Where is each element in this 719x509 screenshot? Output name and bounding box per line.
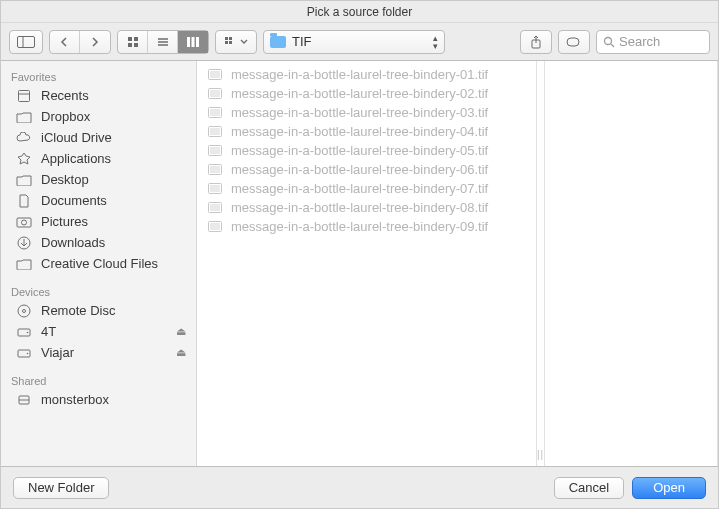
path-folder-name: TIF	[292, 34, 312, 49]
file-name: message-in-a-bottle-laurel-tree-bindery-…	[231, 181, 488, 196]
folder-gray-icon	[15, 257, 33, 271]
column-resize-handle[interactable]: ||	[537, 61, 545, 466]
tag-icon	[566, 37, 582, 47]
search-field[interactable]: Search	[596, 30, 710, 54]
footer: New Folder Cancel Open	[1, 466, 718, 508]
sidebar-header-favorites: Favorites	[1, 67, 196, 85]
svg-rect-10	[192, 37, 195, 47]
svg-rect-44	[210, 147, 220, 154]
sidebar-header-shared: Shared	[1, 371, 196, 389]
search-icon	[603, 36, 615, 48]
forward-button[interactable]	[80, 31, 110, 53]
eject-icon[interactable]: ⏏	[176, 346, 186, 359]
file-name: message-in-a-bottle-laurel-tree-bindery-…	[231, 86, 488, 101]
eject-icon[interactable]: ⏏	[176, 325, 186, 338]
file-row[interactable]: message-in-a-bottle-laurel-tree-bindery-…	[197, 65, 536, 84]
file-name: message-in-a-bottle-laurel-tree-bindery-…	[231, 124, 488, 139]
svg-rect-12	[225, 37, 228, 40]
svg-rect-38	[210, 90, 220, 97]
sidebar-item-label: monsterbox	[41, 392, 109, 407]
file-row[interactable]: message-in-a-bottle-laurel-tree-bindery-…	[197, 84, 536, 103]
file-row[interactable]: message-in-a-bottle-laurel-tree-bindery-…	[197, 103, 536, 122]
sidebar-item-viajar[interactable]: Viajar ⏏	[1, 342, 196, 363]
svg-line-20	[611, 44, 614, 47]
sidebar-item-label: Viajar	[41, 345, 74, 360]
image-file-icon	[207, 183, 223, 195]
sidebar-header-devices: Devices	[1, 282, 196, 300]
back-button[interactable]	[50, 31, 80, 53]
file-name: message-in-a-bottle-laurel-tree-bindery-…	[231, 143, 488, 158]
file-row[interactable]: message-in-a-bottle-laurel-tree-bindery-…	[197, 141, 536, 160]
sidebar-icon	[17, 36, 35, 48]
sidebar-item-documents[interactable]: Documents	[1, 190, 196, 211]
new-folder-button[interactable]: New Folder	[13, 477, 109, 499]
sidebar-item-label: Downloads	[41, 235, 105, 250]
file-row[interactable]: message-in-a-bottle-laurel-tree-bindery-…	[197, 122, 536, 141]
pictures-icon	[15, 215, 33, 229]
svg-rect-21	[19, 90, 30, 101]
column-view-button[interactable]	[178, 31, 208, 53]
desktop-icon	[15, 173, 33, 187]
svg-point-28	[23, 309, 26, 312]
documents-icon	[15, 194, 33, 208]
svg-rect-0	[18, 36, 35, 47]
sidebar-item-label: Desktop	[41, 172, 89, 187]
svg-rect-13	[229, 37, 232, 40]
file-row[interactable]: message-in-a-bottle-laurel-tree-bindery-…	[197, 160, 536, 179]
sidebar-item-applications[interactable]: Applications	[1, 148, 196, 169]
file-row[interactable]: message-in-a-bottle-laurel-tree-bindery-…	[197, 179, 536, 198]
svg-rect-14	[225, 41, 228, 44]
svg-rect-9	[187, 37, 190, 47]
svg-rect-4	[128, 43, 132, 47]
sidebar-item-remote-disc[interactable]: Remote Disc	[1, 300, 196, 321]
svg-rect-11	[196, 37, 199, 47]
group-by-control[interactable]	[215, 30, 257, 54]
chevron-right-icon	[90, 37, 100, 47]
file-column: message-in-a-bottle-laurel-tree-bindery-…	[197, 61, 537, 466]
toolbar: TIF ▴▾ Search	[1, 23, 718, 61]
icon-view-button[interactable]	[118, 31, 148, 53]
file-name: message-in-a-bottle-laurel-tree-bindery-…	[231, 105, 488, 120]
open-button[interactable]: Open	[632, 477, 706, 499]
sidebar-item-4t[interactable]: 4T ⏏	[1, 321, 196, 342]
svg-point-32	[27, 352, 29, 354]
sidebar-item-label: Pictures	[41, 214, 88, 229]
list-icon	[157, 36, 169, 48]
sidebar-toggle-button[interactable]	[9, 30, 43, 54]
sidebar-item-recents[interactable]: Recents	[1, 85, 196, 106]
file-name: message-in-a-bottle-laurel-tree-bindery-…	[231, 219, 488, 234]
sidebar-item-label: Dropbox	[41, 109, 90, 124]
list-view-button[interactable]	[148, 31, 178, 53]
view-switcher	[117, 30, 209, 54]
grid-icon	[127, 36, 139, 48]
columns-icon	[186, 36, 200, 48]
sidebar-item-label: Applications	[41, 151, 111, 166]
column-view: message-in-a-bottle-laurel-tree-bindery-…	[197, 61, 718, 466]
sidebar-item-pictures[interactable]: Pictures	[1, 211, 196, 232]
sidebar-item-creative-cloud[interactable]: Creative Cloud Files	[1, 253, 196, 274]
sidebar-item-monsterbox[interactable]: monsterbox	[1, 389, 196, 410]
tags-button[interactable]	[558, 30, 590, 54]
svg-rect-18	[567, 38, 579, 46]
svg-point-24	[22, 220, 27, 225]
sidebar-item-label: Documents	[41, 193, 107, 208]
cancel-button[interactable]: Cancel	[554, 477, 624, 499]
file-row[interactable]: message-in-a-bottle-laurel-tree-bindery-…	[197, 198, 536, 217]
image-file-icon	[207, 69, 223, 81]
sidebar-item-desktop[interactable]: Desktop	[1, 169, 196, 190]
file-row[interactable]: message-in-a-bottle-laurel-tree-bindery-…	[197, 217, 536, 236]
sidebar-item-label: Creative Cloud Files	[41, 256, 158, 271]
downloads-icon	[15, 236, 33, 250]
path-control[interactable]: TIF ▴▾	[263, 30, 445, 54]
sidebar-item-icloud[interactable]: iCloud Drive	[1, 127, 196, 148]
svg-rect-50	[210, 204, 220, 211]
sidebar-item-downloads[interactable]: Downloads	[1, 232, 196, 253]
image-file-icon	[207, 126, 223, 138]
folder-gray-icon	[15, 110, 33, 124]
drive-icon	[15, 325, 33, 339]
disc-icon	[15, 304, 33, 318]
sidebar-item-dropbox[interactable]: Dropbox	[1, 106, 196, 127]
svg-rect-3	[134, 37, 138, 41]
share-button[interactable]	[520, 30, 552, 54]
drive-icon	[15, 346, 33, 360]
